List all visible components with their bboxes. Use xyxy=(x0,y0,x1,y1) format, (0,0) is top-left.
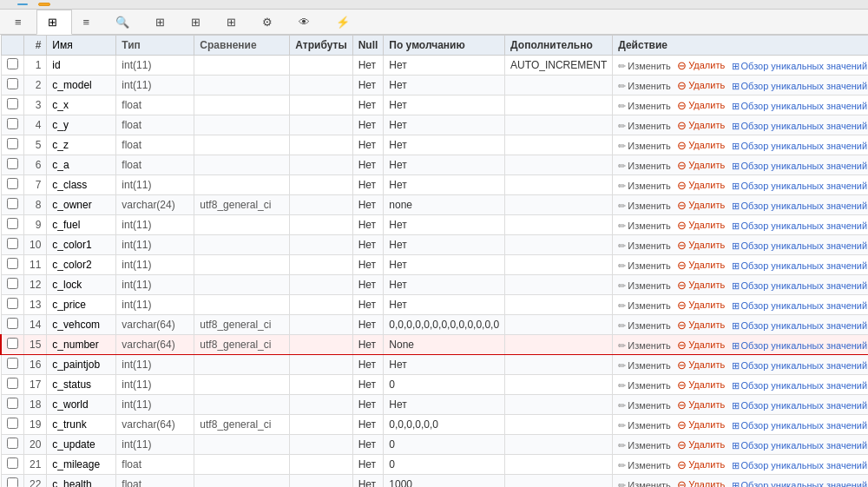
row-checkbox[interactable] xyxy=(1,315,24,335)
row-checkbox[interactable] xyxy=(1,375,24,395)
delete-link[interactable]: ⊖ Удалить xyxy=(677,139,725,152)
table-badge[interactable] xyxy=(38,3,50,6)
edit-link[interactable]: ✏ Изменить xyxy=(618,181,671,192)
edit-link[interactable]: ✏ Изменить xyxy=(618,141,671,152)
edit-link[interactable]: ✏ Изменить xyxy=(618,280,671,292)
delete-link[interactable]: ⊖ Удалить xyxy=(677,99,725,112)
browse-link[interactable]: ⊞ Обзор уникальных значений xyxy=(732,240,868,252)
browse-link[interactable]: ⊞ Обзор уникальных значений xyxy=(732,201,868,212)
browse-link[interactable]: ⊞ Обзор уникальных значений xyxy=(732,340,868,352)
browse-link[interactable]: ⊞ Обзор уникальных значений xyxy=(732,81,868,92)
row-checkbox[interactable] xyxy=(1,195,24,215)
delete-link[interactable]: ⊖ Удалить xyxy=(677,179,725,192)
edit-link[interactable]: ✏ Изменить xyxy=(618,460,671,471)
db-badge[interactable] xyxy=(17,3,28,5)
browse-link[interactable]: ⊞ Обзор уникальных значений xyxy=(732,121,868,132)
browse-link[interactable]: ⊞ Обзор уникальных значений xyxy=(732,460,868,471)
row-checkbox[interactable] xyxy=(1,155,24,175)
browse-link[interactable]: ⊞ Обзор уникальных значений xyxy=(732,320,868,332)
browse-link[interactable]: ⊞ Обзор уникальных значений xyxy=(732,141,868,152)
browse-link[interactable]: ⊞ Обзор уникальных значений xyxy=(732,260,868,272)
browse-link[interactable]: ⊞ Обзор уникальных значений xyxy=(732,101,868,112)
edit-link[interactable]: ✏ Изменить xyxy=(618,260,671,272)
row-checkbox[interactable] xyxy=(1,95,24,115)
browse-link[interactable]: ⊞ Обзор уникальных значений xyxy=(732,280,868,292)
row-checkbox[interactable] xyxy=(1,395,24,415)
browse-link[interactable]: ⊞ Обзор уникальных значений xyxy=(732,61,868,72)
delete-link[interactable]: ⊖ Удалить xyxy=(677,119,725,132)
edit-link[interactable]: ✏ Изменить xyxy=(618,201,671,212)
tab-overview[interactable]: ≡ xyxy=(3,10,36,34)
delete-link[interactable]: ⊖ Удалить xyxy=(677,159,725,172)
delete-link[interactable]: ⊖ Удалить xyxy=(677,359,725,372)
browse-link[interactable]: ⊞ Обзор уникальных значений xyxy=(732,181,868,192)
edit-link[interactable]: ✏ Изменить xyxy=(618,161,671,172)
tab-insert[interactable]: ⊞ xyxy=(144,10,180,34)
browse-link[interactable]: ⊞ Обзор уникальных значений xyxy=(732,300,868,312)
delete-link[interactable]: ⊖ Удалить xyxy=(677,299,725,312)
edit-link[interactable]: ✏ Изменить xyxy=(618,61,671,72)
edit-link[interactable]: ✏ Изменить xyxy=(618,101,671,112)
delete-link[interactable]: ⊖ Удалить xyxy=(677,279,725,292)
row-checkbox[interactable] xyxy=(1,215,24,235)
row-checkbox[interactable] xyxy=(1,76,24,95)
delete-link[interactable]: ⊖ Удалить xyxy=(677,339,725,352)
browse-link[interactable]: ⊞ Обзор уникальных значений xyxy=(732,400,868,411)
tab-search[interactable]: 🔍 xyxy=(104,10,144,34)
row-checkbox[interactable] xyxy=(1,295,24,315)
edit-link[interactable]: ✏ Изменить xyxy=(618,380,671,392)
edit-link[interactable]: ✏ Изменить xyxy=(618,340,671,352)
edit-link[interactable]: ✏ Изменить xyxy=(618,121,671,132)
row-checkbox[interactable] xyxy=(1,275,24,295)
row-checkbox[interactable] xyxy=(1,435,24,455)
edit-link[interactable]: ✏ Изменить xyxy=(618,480,671,488)
delete-link[interactable]: ⊖ Удалить xyxy=(677,199,725,212)
row-checkbox[interactable] xyxy=(1,56,24,76)
row-checkbox[interactable] xyxy=(1,455,24,475)
row-checkbox[interactable] xyxy=(1,115,24,135)
tab-export[interactable]: ⊞ xyxy=(180,10,215,34)
browse-link[interactable]: ⊞ Обзор уникальных значений xyxy=(732,161,868,172)
browse-link[interactable]: ⊞ Обзор уникальных значений xyxy=(732,420,868,431)
row-checkbox[interactable] xyxy=(1,415,24,435)
delete-link[interactable]: ⊖ Удалить xyxy=(677,478,725,488)
delete-link[interactable]: ⊖ Удалить xyxy=(677,378,725,392)
tab-tracking[interactable]: 👁 xyxy=(287,10,325,34)
delete-link[interactable]: ⊖ Удалить xyxy=(677,219,725,232)
tab-operations[interactable]: ⚙ xyxy=(251,10,287,34)
tab-triggers[interactable]: ⚡ xyxy=(325,10,365,34)
row-checkbox[interactable] xyxy=(1,135,24,155)
row-checkbox[interactable] xyxy=(1,255,24,275)
tab-import[interactable]: ⊞ xyxy=(215,10,251,34)
edit-link[interactable]: ✏ Изменить xyxy=(618,360,671,372)
browse-link[interactable]: ⊞ Обзор уникальных значений xyxy=(732,440,868,451)
browse-link[interactable]: ⊞ Обзор уникальных значений xyxy=(732,380,868,392)
row-checkbox[interactable] xyxy=(1,235,24,255)
delete-link[interactable]: ⊖ Удалить xyxy=(677,458,725,471)
edit-link[interactable]: ✏ Изменить xyxy=(618,300,671,312)
delete-link[interactable]: ⊖ Удалить xyxy=(677,319,725,332)
edit-link[interactable]: ✏ Изменить xyxy=(618,400,671,411)
delete-link[interactable]: ⊖ Удалить xyxy=(677,239,725,252)
edit-link[interactable]: ✏ Изменить xyxy=(618,240,671,252)
delete-link[interactable]: ⊖ Удалить xyxy=(677,59,725,72)
row-checkbox[interactable] xyxy=(1,335,24,355)
row-checkbox[interactable] xyxy=(1,355,24,375)
row-checkbox[interactable] xyxy=(1,475,24,488)
browse-link[interactable]: ⊞ Обзор уникальных значений xyxy=(732,360,868,372)
browse-link[interactable]: ⊞ Обзор уникальных значений xyxy=(732,480,868,488)
edit-link[interactable]: ✏ Изменить xyxy=(618,320,671,332)
row-checkbox[interactable] xyxy=(1,175,24,195)
tab-structure[interactable]: ⊞ xyxy=(36,10,72,35)
delete-link[interactable]: ⊖ Удалить xyxy=(677,438,725,451)
delete-link[interactable]: ⊖ Удалить xyxy=(677,418,725,431)
tab-sql[interactable]: ≡ xyxy=(72,10,105,34)
edit-link[interactable]: ✏ Изменить xyxy=(618,440,671,451)
edit-link[interactable]: ✏ Изменить xyxy=(618,220,671,232)
edit-link[interactable]: ✏ Изменить xyxy=(618,420,671,431)
delete-link[interactable]: ⊖ Удалить xyxy=(677,398,725,411)
delete-link[interactable]: ⊖ Удалить xyxy=(677,79,725,92)
browse-link[interactable]: ⊞ Обзор уникальных значений xyxy=(732,220,868,232)
edit-link[interactable]: ✏ Изменить xyxy=(618,81,671,92)
delete-link[interactable]: ⊖ Удалить xyxy=(677,259,725,272)
